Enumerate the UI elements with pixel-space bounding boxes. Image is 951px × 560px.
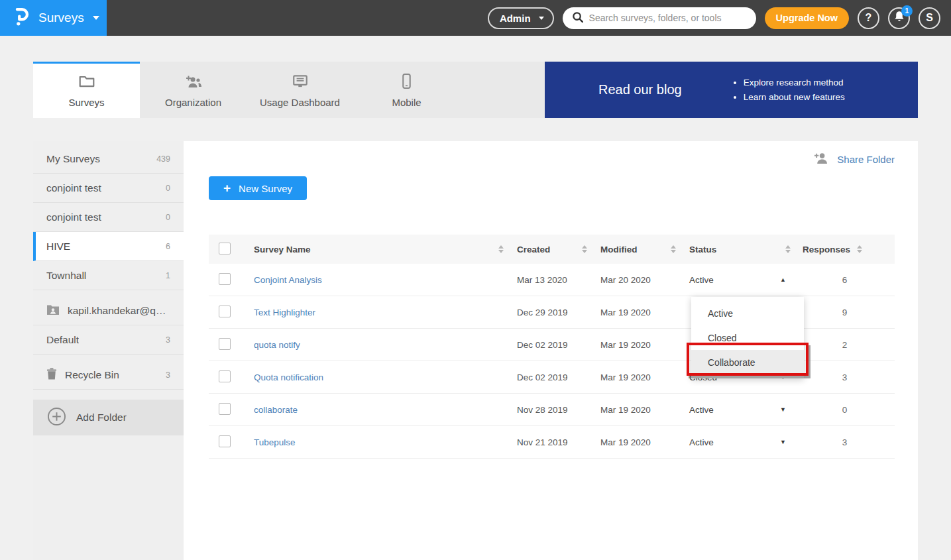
responses-count: 2: [799, 340, 895, 350]
status-dropdown-toggle[interactable]: ▼: [780, 439, 786, 445]
folder-count: 439: [156, 154, 170, 164]
tab-surveys[interactable]: Surveys: [33, 62, 140, 118]
survey-name-link[interactable]: Quota notification: [254, 372, 323, 382]
chevron-down-icon: [93, 16, 99, 20]
row-checkbox[interactable]: [219, 273, 231, 285]
smartphone-icon: [402, 74, 412, 91]
status-option-closed[interactable]: Closed: [691, 325, 804, 350]
row-checkbox[interactable]: [219, 338, 231, 350]
tab-label: Mobile: [392, 97, 421, 108]
tab-mobile[interactable]: Mobile: [353, 62, 460, 118]
sidebar-item-default[interactable]: Default 3: [33, 325, 184, 355]
primary-tabs: Surveys Organization Usage Dashboard: [33, 62, 918, 118]
plus-icon: +: [223, 181, 231, 196]
notifications-button[interactable]: 1: [888, 7, 910, 29]
survey-name-link[interactable]: Text Highlighter: [254, 308, 315, 317]
created-date: Nov 28 2019: [512, 405, 595, 415]
modified-date: Mar 20 2020: [595, 275, 684, 285]
created-date: Nov 21 2019: [512, 437, 595, 447]
tab-organization[interactable]: Organization: [140, 62, 247, 118]
status-dropdown-toggle[interactable]: ▲: [780, 276, 786, 283]
blog-promo-banner[interactable]: Read our blog Explore research method Le…: [545, 62, 918, 118]
banner-bullet: Learn about new features: [744, 92, 845, 102]
folder-icon: [78, 74, 95, 91]
select-all-checkbox[interactable]: [219, 243, 231, 254]
column-header-modified[interactable]: Modified: [600, 245, 638, 254]
folder-count: 1: [166, 271, 170, 280]
folder-label: Default: [46, 334, 79, 346]
column-header-created[interactable]: Created: [517, 245, 550, 254]
share-folder-button[interactable]: Share Folder: [813, 149, 895, 169]
status-dropdown-toggle[interactable]: ▼: [780, 406, 786, 413]
add-folder-button[interactable]: Add Folder: [33, 400, 184, 435]
tab-usage-dashboard[interactable]: Usage Dashboard: [247, 62, 353, 118]
status-value: Active: [689, 437, 714, 447]
row-checkbox[interactable]: [219, 435, 231, 447]
column-header-survey-name[interactable]: Survey Name: [254, 245, 311, 254]
sort-icon[interactable]: [671, 245, 676, 253]
folder-label: My Surveys: [46, 153, 100, 165]
survey-name-link[interactable]: Tubepulse: [254, 437, 296, 447]
sort-icon[interactable]: [498, 245, 504, 253]
sidebar-item-my-surveys[interactable]: My Surveys 439: [33, 144, 184, 174]
sort-icon[interactable]: [582, 245, 587, 253]
search-input[interactable]: [589, 13, 747, 23]
people-plus-icon: [184, 74, 203, 91]
row-checkbox[interactable]: [219, 306, 231, 317]
admin-menu-label: Admin: [500, 13, 531, 24]
folder-count: 6: [166, 242, 170, 251]
sidebar-item-hive[interactable]: HIVE 6: [33, 232, 184, 261]
banner-bullet: Explore research method: [744, 78, 845, 87]
trash-icon: [46, 368, 57, 382]
user-avatar[interactable]: S: [919, 7, 940, 29]
survey-row: Tubepulse Nov 21 2019 Mar 19 2020 Active…: [209, 426, 895, 459]
survey-name-link[interactable]: quota notify: [254, 340, 300, 350]
status-option-active[interactable]: Active: [691, 301, 804, 325]
status-value: Active: [689, 275, 714, 285]
survey-list-pane: Share Folder + New Survey Survey Name Cr…: [184, 141, 918, 560]
column-header-status[interactable]: Status: [689, 245, 716, 254]
plus-circle-icon: [47, 407, 66, 429]
status-option-collaborate[interactable]: Collaborate: [691, 350, 804, 374]
folder-count: 0: [166, 184, 170, 193]
sidebar-item-conjoint-test-2[interactable]: conjoint test 0: [33, 203, 184, 232]
sidebar-item-shared-account[interactable]: kapil.khandekar@que...: [33, 296, 184, 325]
column-header-responses[interactable]: Responses: [803, 245, 850, 254]
sidebar-item-conjoint-test-1[interactable]: conjoint test 0: [33, 174, 184, 203]
sort-icon[interactable]: [857, 245, 862, 253]
survey-name-link[interactable]: Conjoint Analysis: [254, 275, 322, 285]
upgrade-now-button[interactable]: Upgrade Now: [765, 7, 849, 29]
app-logo-block[interactable]: Surveys: [0, 0, 107, 36]
modified-date: Mar 19 2020: [595, 372, 684, 382]
help-button[interactable]: ?: [858, 7, 879, 29]
responses-count: 9: [799, 308, 895, 317]
question-mark-icon: ?: [866, 12, 872, 24]
product-switcher-label: Surveys: [38, 11, 84, 25]
sidebar-item-townhall[interactable]: Townhall 1: [33, 261, 184, 290]
sort-icon[interactable]: [785, 245, 791, 253]
status-dropdown-menu: Active Closed Collaborate: [691, 297, 804, 378]
person-plus-icon: [813, 152, 829, 166]
responses-count: 3: [799, 372, 895, 382]
survey-name-link[interactable]: collaborate: [254, 405, 298, 415]
tabstrip-filler: [460, 62, 545, 118]
new-survey-button[interactable]: + New Survey: [209, 176, 307, 200]
responses-count: 0: [799, 405, 895, 415]
topbar-actions: Admin Upgrade Now ? 1: [488, 7, 951, 29]
admin-menu-button[interactable]: Admin: [488, 7, 554, 29]
row-checkbox[interactable]: [219, 370, 231, 382]
global-search: [563, 7, 756, 29]
chevron-down-icon: [539, 17, 544, 20]
created-date: Mar 13 2020: [512, 275, 595, 285]
row-checkbox[interactable]: [219, 403, 231, 415]
responses-count: 6: [799, 275, 895, 285]
dashboard-screen-icon: [292, 74, 309, 91]
folder-count: 3: [166, 335, 170, 345]
search-icon: [572, 11, 583, 25]
folder-label: HIVE: [46, 241, 70, 252]
folder-sidebar: My Surveys 439 conjoint test 0 conjoint …: [33, 141, 184, 560]
modified-date: Mar 19 2020: [595, 405, 684, 415]
sidebar-item-recycle-bin[interactable]: Recycle Bin 3: [33, 361, 184, 390]
created-date: Dec 02 2019: [512, 372, 595, 382]
modified-date: Mar 19 2020: [595, 308, 684, 317]
